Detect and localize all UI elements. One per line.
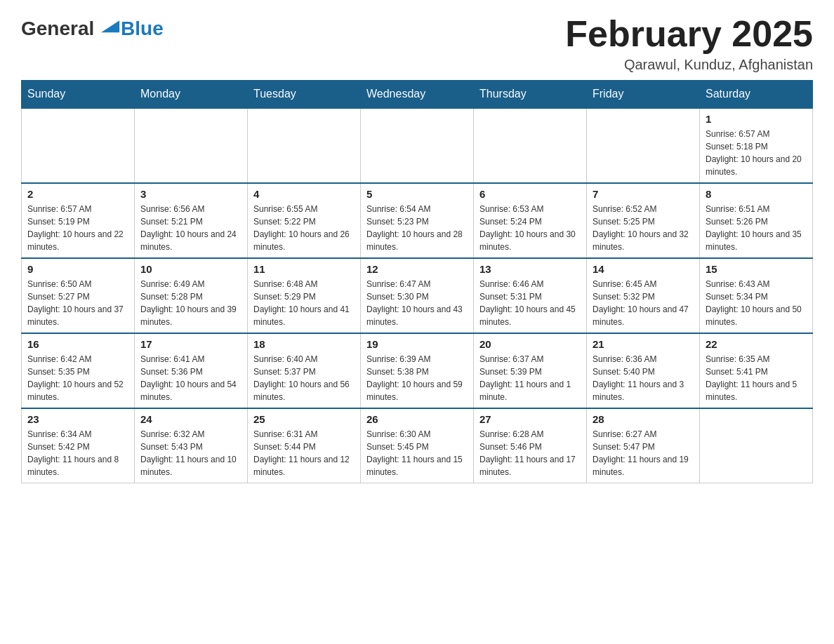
day-number: 27 [479,413,581,425]
calendar-cell [474,108,587,183]
day-number: 18 [253,338,355,350]
day-info: Sunrise: 6:46 AMSunset: 5:31 PMDaylight:… [479,278,581,328]
day-number: 9 [27,263,128,275]
calendar-cell: 1Sunrise: 6:57 AMSunset: 5:18 PMDaylight… [700,108,813,183]
weekday-header-monday: Monday [135,81,248,109]
calendar-cell: 12Sunrise: 6:47 AMSunset: 5:30 PMDayligh… [361,258,474,333]
day-info: Sunrise: 6:52 AMSunset: 5:25 PMDaylight:… [593,203,694,253]
day-info: Sunrise: 6:28 AMSunset: 5:46 PMDaylight:… [479,428,581,478]
day-number: 3 [140,188,241,200]
calendar-cell: 17Sunrise: 6:41 AMSunset: 5:36 PMDayligh… [135,333,248,408]
day-number: 26 [366,413,468,425]
week-row-1: 1Sunrise: 6:57 AMSunset: 5:18 PMDaylight… [22,108,813,183]
calendar-cell: 7Sunrise: 6:52 AMSunset: 5:25 PMDaylight… [587,183,700,258]
day-info: Sunrise: 6:45 AMSunset: 5:32 PMDaylight:… [593,278,694,328]
day-number: 12 [366,263,468,275]
day-number: 19 [366,338,468,350]
calendar-cell: 25Sunrise: 6:31 AMSunset: 5:44 PMDayligh… [248,408,361,483]
day-info: Sunrise: 6:51 AMSunset: 5:26 PMDaylight:… [706,203,807,253]
day-info: Sunrise: 6:32 AMSunset: 5:43 PMDaylight:… [140,428,241,478]
day-info: Sunrise: 6:48 AMSunset: 5:29 PMDaylight:… [253,278,355,328]
logo-icon [101,14,121,34]
day-number: 28 [593,413,694,425]
day-number: 8 [706,188,807,200]
weekday-header-thursday: Thursday [474,81,587,109]
calendar-cell: 16Sunrise: 6:42 AMSunset: 5:35 PMDayligh… [22,333,135,408]
calendar-cell [587,108,700,183]
day-number: 5 [366,188,468,200]
day-info: Sunrise: 6:35 AMSunset: 5:41 PMDaylight:… [706,353,807,403]
day-number: 1 [706,113,807,125]
day-number: 20 [479,338,581,350]
day-info: Sunrise: 6:56 AMSunset: 5:21 PMDaylight:… [140,203,241,253]
day-number: 23 [27,413,128,425]
day-number: 2 [27,188,128,200]
day-info: Sunrise: 6:31 AMSunset: 5:44 PMDaylight:… [253,428,355,478]
calendar-cell: 24Sunrise: 6:32 AMSunset: 5:43 PMDayligh… [135,408,248,483]
day-info: Sunrise: 6:42 AMSunset: 5:35 PMDaylight:… [27,353,128,403]
weekday-header-tuesday: Tuesday [248,81,361,109]
day-info: Sunrise: 6:55 AMSunset: 5:22 PMDaylight:… [253,203,355,253]
calendar-cell: 28Sunrise: 6:27 AMSunset: 5:47 PMDayligh… [587,408,700,483]
day-info: Sunrise: 6:57 AMSunset: 5:19 PMDaylight:… [27,203,128,253]
day-info: Sunrise: 6:39 AMSunset: 5:38 PMDaylight:… [366,353,468,403]
weekday-header-sunday: Sunday [22,81,135,109]
calendar-cell: 4Sunrise: 6:55 AMSunset: 5:22 PMDaylight… [248,183,361,258]
calendar-cell: 14Sunrise: 6:45 AMSunset: 5:32 PMDayligh… [587,258,700,333]
calendar-cell: 20Sunrise: 6:37 AMSunset: 5:39 PMDayligh… [474,333,587,408]
page-header: General Blue February 2025 Qarawul, Kund… [21,14,813,73]
calendar-cell: 26Sunrise: 6:30 AMSunset: 5:45 PMDayligh… [361,408,474,483]
day-info: Sunrise: 6:49 AMSunset: 5:28 PMDaylight:… [140,278,241,328]
day-info: Sunrise: 6:27 AMSunset: 5:47 PMDaylight:… [593,428,694,478]
month-title: February 2025 [565,14,813,54]
day-info: Sunrise: 6:53 AMSunset: 5:24 PMDaylight:… [479,203,581,253]
calendar-cell: 6Sunrise: 6:53 AMSunset: 5:24 PMDaylight… [474,183,587,258]
weekday-header-wednesday: Wednesday [361,81,474,109]
day-number: 25 [253,413,355,425]
day-number: 6 [479,188,581,200]
day-number: 11 [253,263,355,275]
calendar-cell: 15Sunrise: 6:43 AMSunset: 5:34 PMDayligh… [700,258,813,333]
week-row-3: 9Sunrise: 6:50 AMSunset: 5:27 PMDaylight… [22,258,813,333]
calendar-cell [700,408,813,483]
title-block: February 2025 Qarawul, Kunduz, Afghanist… [565,14,813,73]
day-number: 10 [140,263,241,275]
day-info: Sunrise: 6:34 AMSunset: 5:42 PMDaylight:… [27,428,128,478]
week-row-4: 16Sunrise: 6:42 AMSunset: 5:35 PMDayligh… [22,333,813,408]
calendar-cell: 3Sunrise: 6:56 AMSunset: 5:21 PMDaylight… [135,183,248,258]
day-info: Sunrise: 6:36 AMSunset: 5:40 PMDaylight:… [593,353,694,403]
calendar-cell: 18Sunrise: 6:40 AMSunset: 5:37 PMDayligh… [248,333,361,408]
day-number: 16 [27,338,128,350]
day-number: 7 [593,188,694,200]
weekday-header-saturday: Saturday [700,81,813,109]
calendar-cell: 11Sunrise: 6:48 AMSunset: 5:29 PMDayligh… [248,258,361,333]
day-number: 17 [140,338,241,350]
day-info: Sunrise: 6:57 AMSunset: 5:18 PMDaylight:… [706,128,807,178]
day-info: Sunrise: 6:30 AMSunset: 5:45 PMDaylight:… [366,428,468,478]
calendar-cell: 9Sunrise: 6:50 AMSunset: 5:27 PMDaylight… [22,258,135,333]
day-number: 21 [593,338,694,350]
day-info: Sunrise: 6:43 AMSunset: 5:34 PMDaylight:… [706,278,807,328]
day-info: Sunrise: 6:47 AMSunset: 5:30 PMDaylight:… [366,278,468,328]
calendar-cell [22,108,135,183]
calendar-cell [135,108,248,183]
calendar-cell: 10Sunrise: 6:49 AMSunset: 5:28 PMDayligh… [135,258,248,333]
calendar-cell: 13Sunrise: 6:46 AMSunset: 5:31 PMDayligh… [474,258,587,333]
logo-general-label: General [21,18,94,39]
day-info: Sunrise: 6:37 AMSunset: 5:39 PMDaylight:… [479,353,581,403]
day-number: 13 [479,263,581,275]
calendar-cell: 21Sunrise: 6:36 AMSunset: 5:40 PMDayligh… [587,333,700,408]
day-number: 14 [593,263,694,275]
day-info: Sunrise: 6:40 AMSunset: 5:37 PMDaylight:… [253,353,355,403]
calendar-cell: 23Sunrise: 6:34 AMSunset: 5:42 PMDayligh… [22,408,135,483]
day-info: Sunrise: 6:50 AMSunset: 5:27 PMDaylight:… [27,278,128,328]
week-row-5: 23Sunrise: 6:34 AMSunset: 5:42 PMDayligh… [22,408,813,483]
day-number: 15 [706,263,807,275]
logo: General Blue [21,14,164,40]
location-subtitle: Qarawul, Kunduz, Afghanistan [565,57,813,73]
calendar-cell: 5Sunrise: 6:54 AMSunset: 5:23 PMDaylight… [361,183,474,258]
day-number: 4 [253,188,355,200]
week-row-2: 2Sunrise: 6:57 AMSunset: 5:19 PMDaylight… [22,183,813,258]
weekday-header-row: SundayMondayTuesdayWednesdayThursdayFrid… [22,81,813,109]
calendar-cell [361,108,474,183]
